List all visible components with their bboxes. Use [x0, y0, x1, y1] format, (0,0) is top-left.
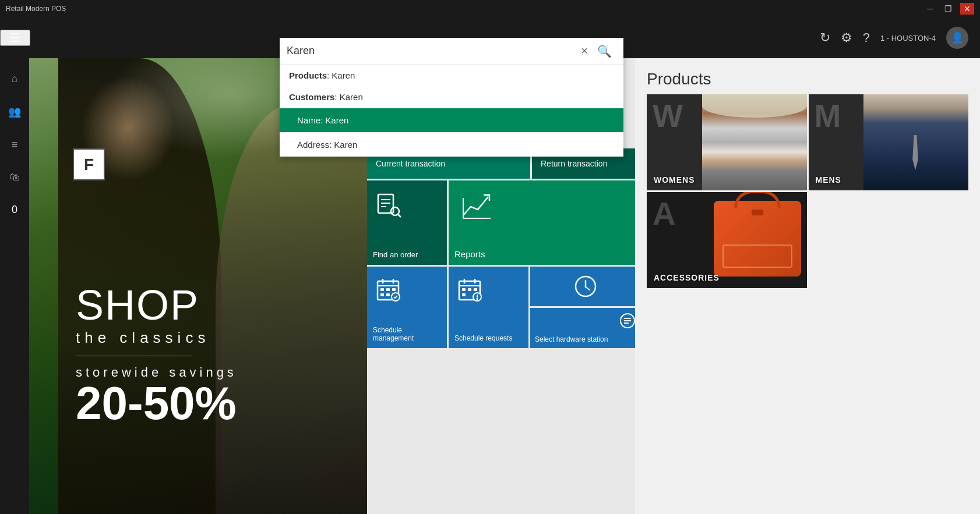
schedule-management-label: Schedule management [373, 326, 441, 342]
sidebar-home-icon[interactable]: ⌂ [9, 70, 21, 88]
f-badge-letter: F [84, 155, 94, 174]
hw-station-tile[interactable]: Select hardware station [530, 308, 640, 348]
reports-icon [460, 192, 492, 224]
svg-rect-22 [462, 288, 466, 291]
womens-letter: W [653, 97, 683, 134]
find-order-icon [376, 192, 401, 220]
accessories-letter: A [653, 195, 676, 232]
title-bar: Retail Modern POS ─ ❐ ✕ [0, 0, 980, 17]
hero-discount-text: 20-50% [76, 380, 237, 427]
window-controls: ─ ❐ ✕ [923, 3, 974, 15]
svg-rect-13 [386, 288, 390, 291]
svg-rect-16 [386, 293, 390, 296]
search-bar: × 🔍 [280, 38, 623, 65]
hero-divider [76, 356, 192, 356]
svg-rect-15 [380, 293, 384, 296]
products-title: Products [647, 70, 968, 88]
search-input[interactable] [287, 45, 576, 57]
app-title: Retail Modern POS [6, 5, 66, 13]
search-container: × 🔍 Products: Karen Customers: Karen Nam… [280, 38, 623, 157]
bag-handle [734, 192, 781, 208]
svg-point-4 [391, 207, 399, 215]
return-transaction-label: Return transaction [541, 159, 607, 168]
hero-sub-text: the classics [76, 329, 237, 347]
products-section[interactable]: Products: Karen [280, 65, 623, 86]
schedule-management-icon [376, 277, 400, 304]
hamburger-menu[interactable]: ☰ [0, 30, 30, 46]
address-karen-item[interactable]: Address: Karen [280, 132, 623, 157]
avatar[interactable]: 👤 [946, 27, 968, 49]
product-card-womens[interactable]: W WOMENS [647, 94, 807, 190]
top-bar-right: ↻ ⚙ ? 1 - HOUSTON-4 👤 [820, 27, 980, 49]
hamburger-icon: ☰ [10, 31, 20, 44]
name-karen-label: Name: Karen [297, 115, 348, 125]
hero-text: SHOP the classics storewide savings 20-5… [76, 284, 237, 427]
svg-rect-23 [468, 288, 471, 291]
svg-line-31 [586, 287, 590, 290]
product-card-mens[interactable]: M MENS [809, 94, 969, 190]
bag-pocket [722, 244, 792, 268]
search-submit-button[interactable]: 🔍 [593, 42, 616, 61]
hero-shop-text: SHOP [76, 284, 237, 326]
reports-label: Reports [454, 249, 633, 259]
womens-scarf [702, 94, 807, 118]
find-order-tile[interactable]: Find an order [367, 180, 447, 265]
bag-clasp [752, 210, 763, 215]
sidebar-list-icon[interactable]: ≡ [9, 136, 21, 154]
svg-rect-12 [380, 288, 384, 291]
main-tiles-row: Find an order Reports [367, 180, 641, 265]
products-grid: W WOMENS M MENS [635, 94, 980, 288]
sidebar-bag-icon[interactable]: 🛍 [6, 168, 23, 186]
sidebar: ⌂ 👥 ≡ 🛍 0 [0, 58, 29, 514]
hw-station-clock-tile[interactable] [530, 267, 640, 306]
bottom-tiles-row: Schedule management [367, 267, 641, 348]
womens-label: WOMENS [654, 175, 695, 185]
customers-section[interactable]: Customers: Karen [280, 86, 623, 108]
minimize-button[interactable]: ─ [923, 3, 936, 15]
clock-icon [574, 275, 597, 298]
schedule-requests-tile[interactable]: Schedule requests [449, 267, 528, 348]
svg-rect-14 [392, 288, 396, 291]
svg-rect-24 [474, 288, 477, 291]
search-dropdown: Products: Karen Customers: Karen Name: K… [280, 65, 623, 157]
current-transaction-label: Current transaction [376, 159, 445, 168]
accessories-bag [714, 201, 801, 277]
products-header: Products [635, 58, 980, 94]
search-clear-button[interactable]: × [576, 42, 593, 60]
sidebar-cart-icon[interactable]: 0 [9, 201, 20, 219]
help-icon[interactable]: ? [863, 30, 870, 45]
f-badge: F [73, 148, 105, 180]
products-panel: Products W WOMENS M M [635, 58, 980, 514]
settings-icon[interactable]: ⚙ [841, 30, 852, 45]
mens-label: MENS [816, 175, 841, 185]
accessories-label: ACCESSORIES [654, 273, 720, 282]
schedule-requests-icon [457, 277, 482, 304]
refresh-icon[interactable]: ↻ [820, 30, 830, 45]
sidebar-people-icon[interactable]: 👥 [5, 102, 24, 121]
product-card-accessories[interactable]: A ACCESSORIES [647, 192, 807, 288]
store-info: 1 - HOUSTON-4 [880, 34, 936, 42]
hw-station-label: Select hardware station [535, 335, 636, 343]
svg-line-5 [398, 214, 401, 217]
hw-station-list-icon [619, 313, 636, 331]
find-order-label: Find an order [373, 250, 441, 259]
svg-rect-25 [462, 293, 466, 296]
schedule-management-tile[interactable]: Schedule management [367, 267, 447, 348]
avatar-icon: 👤 [951, 31, 964, 44]
schedule-requests-label: Schedule requests [454, 334, 523, 342]
address-karen-label: Address: Karen [297, 140, 357, 150]
hw-station-group: Select hardware station [530, 267, 640, 348]
reports-tile[interactable]: Reports [449, 180, 639, 265]
customers-label: Customers [289, 92, 334, 102]
mens-letter: M [815, 97, 841, 134]
maximize-button[interactable]: ❐ [941, 3, 956, 15]
products-label: Products [289, 70, 327, 80]
name-karen-item[interactable]: Name: Karen [280, 108, 623, 132]
main-wrapper: ☰ ↻ ⚙ ? 1 - HOUSTON-4 👤 ⌂ 👥 ≡ 🛍 0 [0, 17, 980, 514]
close-button[interactable]: ✕ [960, 3, 974, 15]
